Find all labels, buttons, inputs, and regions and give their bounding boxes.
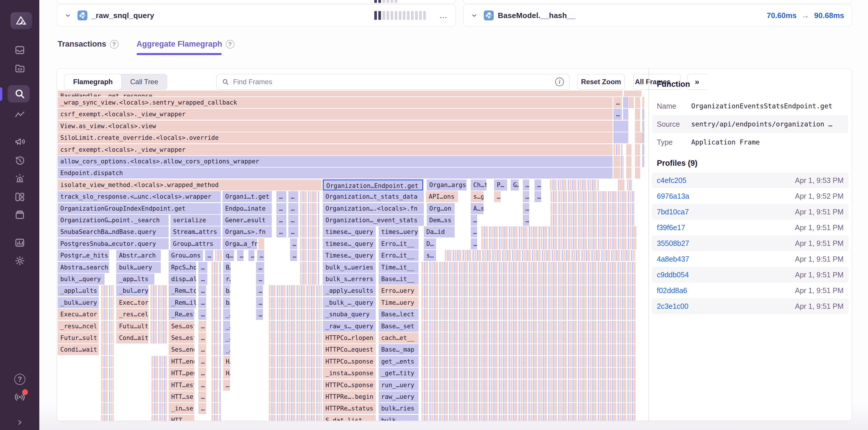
flame-frame-selected[interactable]: Organization…Endpoint.get	[323, 180, 423, 190]
flame-frame[interactable]: HTTPCo…equest	[323, 344, 375, 355]
flame-frame[interactable]: _in…se	[169, 403, 194, 414]
flame-frame[interactable]: Ses…est	[169, 332, 194, 343]
flame-frame[interactable]: …	[494, 191, 500, 202]
flame-frame[interactable]: …	[256, 309, 263, 320]
profile-id-link[interactable]: c4efc205	[657, 176, 686, 185]
flame-frame[interactable]: Organ…args	[427, 180, 467, 190]
flame-frame[interactable]: …	[205, 250, 213, 261]
flame-frame[interactable]: API…ons	[426, 191, 458, 202]
flame-frame[interactable]: _bulk…uery	[58, 297, 99, 308]
flame-frame[interactable]: HTT…est	[169, 379, 194, 391]
flame-frame[interactable]: csrf_exempt.<locals>._view_wrapper	[58, 109, 613, 120]
settings-gear-icon[interactable]	[13, 254, 26, 267]
flame-frame[interactable]: b…	[223, 285, 230, 296]
flame-frame[interactable]: …	[223, 379, 230, 391]
flame-frame[interactable]: Organization….<locals>.fn	[323, 203, 424, 214]
flame-frame[interactable]: disp…all	[169, 274, 196, 285]
flame-frame[interactable]: timese…_query	[323, 238, 375, 249]
flame-frame[interactable]: G…	[510, 180, 519, 190]
flame-frame[interactable]: _Rem…ilo	[169, 297, 196, 308]
issues-icon[interactable]	[13, 44, 26, 57]
flame-frame[interactable]: HTTPCo…sponse	[323, 379, 375, 391]
flame-frame[interactable]: …	[198, 285, 206, 296]
flame-frame[interactable]: bulk_s…ueries	[323, 262, 375, 273]
profile-id-link[interactable]: 35508b27	[657, 239, 689, 248]
sentry-logo-icon[interactable]	[10, 12, 32, 29]
boards-icon[interactable]	[13, 190, 26, 203]
archive-icon[interactable]	[13, 208, 26, 221]
tab-transactions[interactable]: Transactions ?	[58, 40, 119, 55]
flame-frame[interactable]: Organ…s>.fn	[222, 226, 272, 238]
flame-frame[interactable]: RpcS…hod	[169, 262, 196, 273]
flame-frame[interactable]: …	[523, 203, 529, 214]
flame-frame[interactable]: …	[288, 226, 298, 238]
flame-frame[interactable]: HTTPCo…rlopen	[323, 332, 375, 343]
flame-frame[interactable]: Exec…tor	[116, 297, 149, 308]
flame-frame[interactable]: _Rem…tch	[169, 285, 196, 296]
profile-id-link[interactable]: f39f6e17	[657, 223, 685, 232]
flame-frame[interactable]: SiloLimit.create_override.<locals>.overr…	[58, 132, 613, 143]
flame-frame[interactable]: B…	[223, 262, 231, 273]
profile-id-link[interactable]: 4a8eb437	[657, 255, 689, 264]
profile-id-link[interactable]: 2c3e1c00	[657, 302, 688, 311]
flame-frame[interactable]: …	[288, 215, 298, 226]
flamegraph-canvas[interactable]: BaseHandler._get_response_wrap_sync_view…	[58, 91, 644, 421]
flame-frame[interactable]: …	[276, 215, 286, 226]
flame-frame[interactable]: cach…et__	[379, 332, 418, 343]
flame-frame[interactable]: Futur…sult	[58, 332, 99, 343]
flame-frame[interactable]: …	[198, 309, 206, 320]
traces-icon[interactable]	[13, 109, 26, 121]
flame-frame[interactable]: raw_…uery	[379, 391, 418, 402]
find-frames-search[interactable]: i	[216, 74, 569, 90]
flame-frame[interactable]: _appl…ults	[58, 285, 99, 296]
flame-frame[interactable]: _Re…est	[169, 309, 194, 320]
flame-frame[interactable]: bulk…uery	[116, 262, 161, 273]
profile-id-link[interactable]: 6976a13a	[657, 192, 689, 201]
flame-frame[interactable]: Organization…t_stats_data	[323, 191, 424, 202]
flame-frame[interactable]: HTT…	[169, 415, 194, 421]
search-nav-icon[interactable]	[13, 87, 26, 100]
flame-frame[interactable]: Endpo…inate	[222, 203, 272, 214]
sidebar-expand-icon[interactable]	[13, 416, 26, 429]
reset-zoom-button[interactable]: Reset Zoom	[577, 74, 625, 90]
flame-frame[interactable]: _snuba_query	[323, 309, 375, 320]
alerts-siren-icon[interactable]	[13, 172, 26, 185]
profile-id-link[interactable]: f02dd8a6	[657, 286, 687, 295]
profile-id-link[interactable]: c9ddb054	[657, 271, 689, 279]
function-row-raw-snql-query[interactable]: _raw_snql_query …	[57, 4, 456, 27]
flame-frame[interactable]: Gener…esult	[222, 215, 272, 226]
flame-frame[interactable]: _bul…ery	[116, 285, 149, 296]
flame-frame[interactable]: Dem…ss	[427, 215, 455, 226]
flame-frame[interactable]: b…	[223, 297, 230, 308]
flame-frame[interactable]: …	[523, 191, 529, 202]
flame-frame[interactable]: Base…_set	[379, 321, 418, 332]
flame-frame[interactable]: _res…cel	[116, 309, 149, 320]
flame-frame[interactable]: P…	[494, 180, 507, 190]
flame-frame[interactable]: Execu…ator	[58, 309, 99, 320]
flame-frame[interactable]: Erro…it__	[379, 250, 418, 261]
flame-frame[interactable]: Erro…it__	[379, 238, 418, 249]
flame-frame[interactable]: PostgresSnuba…ecutor.query	[58, 238, 169, 249]
feedback-megaphone-icon[interactable]	[13, 135, 26, 148]
flame-frame[interactable]: Abstra…search	[58, 262, 109, 273]
flame-frame[interactable]: …	[198, 379, 206, 391]
flame-frame[interactable]: Futu…ult	[116, 321, 149, 332]
flame-frame[interactable]: s…g	[471, 191, 484, 202]
flame-frame[interactable]: Da…id	[424, 226, 455, 238]
call-tree-segment-button[interactable]: Call Tree	[121, 74, 167, 89]
flame-frame[interactable]: _get…tity	[379, 368, 418, 379]
flame-frame[interactable]: HTT…se	[169, 391, 194, 402]
explore-icon[interactable]	[13, 62, 26, 74]
flame-frame[interactable]: Organization…_event_stats	[323, 215, 424, 226]
flame-frame[interactable]: SnubaSearchBa…ndBase.query	[58, 226, 169, 238]
flame-frame[interactable]: bulk…ries	[379, 403, 418, 414]
flame-frame[interactable]: …	[256, 297, 263, 308]
flame-frame[interactable]: bulk…	[379, 415, 418, 421]
replays-icon[interactable]	[13, 154, 26, 167]
flame-frame[interactable]: _apply…esults	[323, 285, 375, 296]
flame-frame[interactable]: S…dat…list	[323, 415, 375, 421]
flame-frame[interactable]: times…uery	[379, 226, 418, 238]
flame-frame[interactable]: …	[198, 332, 206, 343]
flame-frame[interactable]: …	[288, 191, 298, 202]
flame-frame[interactable]: …	[198, 297, 206, 308]
